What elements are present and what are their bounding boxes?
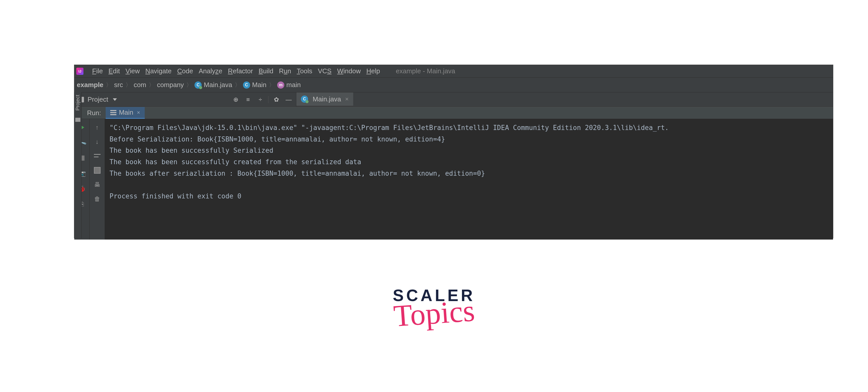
console-line: Before Serialization: Book{ISBN=1000, ti… bbox=[110, 135, 445, 143]
menu-window[interactable]: Window bbox=[337, 67, 361, 75]
crumb-method[interactable]: m main bbox=[277, 81, 301, 89]
crumb-com[interactable]: com bbox=[134, 81, 146, 89]
menu-build[interactable]: Build bbox=[258, 67, 273, 75]
editor-tab-main[interactable]: C Main.java × bbox=[296, 92, 353, 107]
soft-wrap-icon[interactable] bbox=[93, 152, 101, 160]
editor-tabs: C Main.java × bbox=[296, 92, 833, 107]
console-line: The book has been successfully created f… bbox=[110, 158, 361, 166]
menu-refactor[interactable]: Refactor bbox=[228, 67, 253, 75]
chevron-right-icon: 〉 bbox=[106, 81, 112, 89]
crumb-src[interactable]: src bbox=[114, 81, 123, 89]
menu-tools[interactable]: Tools bbox=[297, 67, 312, 75]
class-icon: C bbox=[243, 82, 250, 89]
menu-vcs[interactable]: VCS bbox=[318, 67, 331, 75]
menu-run[interactable]: Run bbox=[279, 67, 291, 75]
expand-all-icon[interactable]: ≡ bbox=[244, 95, 252, 104]
crumb-root[interactable]: example bbox=[77, 81, 103, 89]
console-line: Process finished with exit code 0 bbox=[110, 192, 242, 200]
crumb-file[interactable]: C Main.java bbox=[194, 81, 232, 89]
menu-edit[interactable]: Edit bbox=[108, 67, 120, 75]
divider bbox=[268, 96, 269, 103]
run-tab-main[interactable]: Main × bbox=[106, 107, 145, 119]
project-label: Project bbox=[88, 95, 108, 103]
chevron-right-icon: 〉 bbox=[186, 81, 192, 89]
chevron-right-icon: 〉 bbox=[235, 81, 240, 89]
left-strip-project-label[interactable]: Project bbox=[75, 95, 81, 111]
collapse-all-icon[interactable]: ÷ bbox=[256, 95, 265, 104]
intellij-app-icon: IJ bbox=[76, 68, 84, 75]
close-icon[interactable]: × bbox=[137, 109, 140, 116]
logo-topics: Topics bbox=[392, 293, 476, 334]
hide-icon[interactable]: — bbox=[284, 95, 293, 104]
folder-icon[interactable] bbox=[75, 118, 81, 122]
run-tab-label: Main bbox=[119, 109, 133, 116]
java-file-icon: C bbox=[301, 95, 308, 103]
menu-view[interactable]: View bbox=[126, 67, 140, 75]
run-tool-header: Run: Main × bbox=[74, 107, 833, 119]
menu-bar: IJ File Edit View Navigate Code Analyze … bbox=[74, 65, 833, 78]
arrow-up-icon[interactable] bbox=[93, 123, 101, 132]
console-toolbar: 🖶 🗑 bbox=[90, 119, 105, 240]
menu-navigate[interactable]: Navigate bbox=[146, 67, 172, 75]
method-icon: m bbox=[277, 82, 284, 89]
close-icon[interactable]: × bbox=[345, 95, 349, 103]
scaler-topics-logo: SCALER Topics bbox=[393, 286, 475, 331]
run-config-icon bbox=[110, 110, 116, 115]
chevron-right-icon: 〉 bbox=[126, 81, 131, 89]
chevron-right-icon: 〉 bbox=[149, 81, 154, 89]
locate-icon[interactable]: ⊕ bbox=[231, 95, 240, 104]
console-area: 🔧 📷 🐞 ⎘ 🖶 🗑 "C:\Program Files\Java\jdk-1… bbox=[74, 119, 833, 240]
chevron-right-icon: 〉 bbox=[269, 81, 275, 89]
window-title: example - Main.java bbox=[396, 67, 455, 75]
console-line: The books after seriazliation : Book{ISB… bbox=[110, 170, 485, 177]
console-output[interactable]: "C:\Program Files\Java\jdk-15.0.1\bin\ja… bbox=[105, 119, 833, 240]
gear-icon[interactable]: ✿ bbox=[272, 95, 281, 104]
ide-window: IJ File Edit View Navigate Code Analyze … bbox=[74, 65, 833, 238]
project-tool-header[interactable]: Project ⊕ ≡ ÷ ✿ — bbox=[74, 92, 296, 107]
menu-analyze[interactable]: Analyze bbox=[198, 67, 222, 75]
trash-icon[interactable]: 🗑 bbox=[93, 194, 101, 203]
left-tool-strip: Project bbox=[74, 92, 82, 238]
console-line: "C:\Program Files\Java\jdk-15.0.1\bin\ja… bbox=[110, 124, 669, 131]
print-icon[interactable]: 🖶 bbox=[93, 180, 101, 189]
breadcrumb-bar: example 〉 src 〉 com 〉 company 〉 C Main.j… bbox=[74, 78, 833, 92]
menu-file[interactable]: File bbox=[92, 67, 103, 75]
menu-help[interactable]: Help bbox=[366, 67, 380, 75]
console-line: The book has been successfully Serialize… bbox=[110, 147, 273, 154]
crumb-company[interactable]: company bbox=[157, 81, 184, 89]
menu-code[interactable]: Code bbox=[177, 67, 193, 75]
arrow-down-icon[interactable] bbox=[93, 138, 101, 146]
crumb-class[interactable]: C Main bbox=[243, 81, 267, 89]
tool-row: Project ⊕ ≡ ÷ ✿ — C Main.java × bbox=[74, 92, 833, 107]
scroll-to-end-icon[interactable] bbox=[93, 166, 101, 175]
chevron-down-icon bbox=[113, 98, 117, 101]
java-file-icon: C bbox=[194, 82, 202, 89]
editor-tab-label: Main.java bbox=[313, 95, 341, 103]
